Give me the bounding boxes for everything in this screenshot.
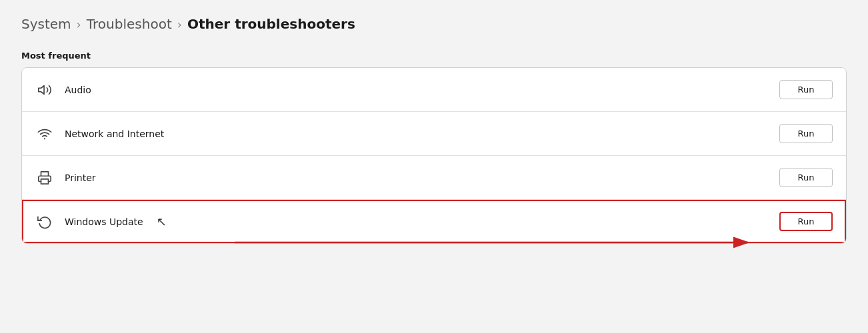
troubleshooter-item-audio: Audio Run (22, 68, 846, 112)
svg-marker-0 (39, 85, 44, 94)
audio-run-button[interactable]: Run (779, 80, 833, 99)
breadcrumb-current: Other troubleshooters (187, 16, 355, 32)
audio-icon (35, 81, 54, 99)
breadcrumb-system[interactable]: System (21, 16, 71, 32)
network-icon (35, 125, 54, 143)
troubleshooter-item-windows-update: Windows Update ↖ Run (22, 200, 846, 243)
update-icon (35, 212, 54, 231)
printer-run-button[interactable]: Run (779, 168, 833, 187)
audio-label: Audio (65, 85, 91, 95)
breadcrumb-separator-2: › (177, 17, 182, 31)
network-run-button[interactable]: Run (779, 124, 833, 143)
item-left-windows-update: Windows Update ↖ (35, 212, 167, 231)
troubleshooter-item-printer: Printer Run (22, 156, 846, 200)
svg-rect-2 (41, 178, 49, 183)
breadcrumb: System › Troubleshoot › Other troublesho… (21, 16, 847, 32)
item-left-network: Network and Internet (35, 125, 164, 143)
item-left-printer: Printer (35, 168, 96, 187)
breadcrumb-separator-1: › (77, 17, 81, 31)
troubleshooter-item-network: Network and Internet Run (22, 112, 846, 156)
printer-label: Printer (65, 172, 96, 183)
breadcrumb-troubleshoot[interactable]: Troubleshoot (87, 16, 172, 32)
printer-icon (35, 168, 54, 187)
windows-update-label: Windows Update (65, 216, 143, 227)
section-label: Most frequent (21, 51, 847, 61)
troubleshooter-list: Audio Run Network and Internet Run (21, 67, 847, 244)
windows-update-run-button[interactable]: Run (779, 212, 833, 231)
cursor-indicator: ↖ (157, 214, 167, 228)
item-left-audio: Audio (35, 81, 91, 99)
network-label: Network and Internet (65, 129, 164, 139)
page-container: System › Troubleshoot › Other troublesho… (21, 16, 847, 244)
